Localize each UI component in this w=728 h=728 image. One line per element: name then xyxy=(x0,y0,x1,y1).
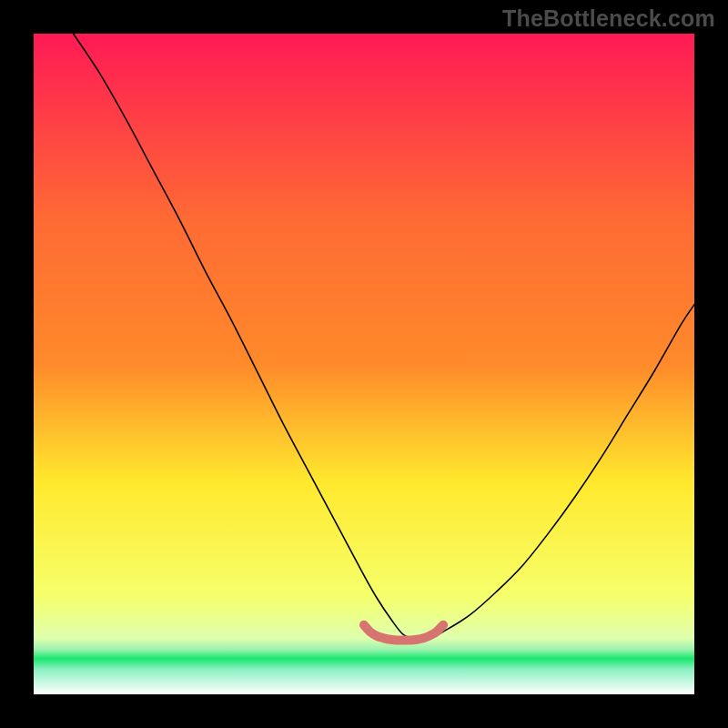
chart-svg xyxy=(34,34,694,694)
chart-frame: TheBottleneck.com xyxy=(0,0,728,728)
watermark-text: TheBottleneck.com xyxy=(502,5,715,32)
plot-area xyxy=(34,34,694,694)
